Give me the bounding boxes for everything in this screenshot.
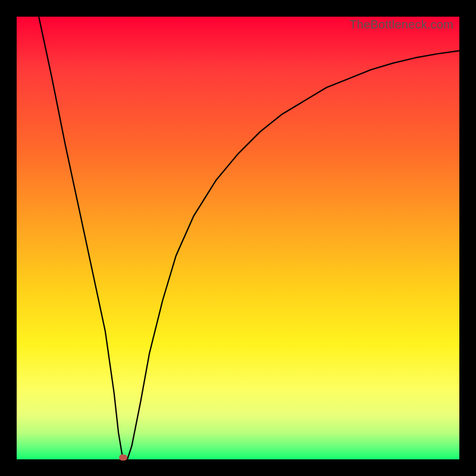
chart-frame: TheBottleneck.com (0, 0, 476, 476)
plot-area: TheBottleneck.com (17, 17, 459, 459)
optimal-point-marker (119, 455, 127, 461)
bottleneck-curve (17, 17, 459, 459)
